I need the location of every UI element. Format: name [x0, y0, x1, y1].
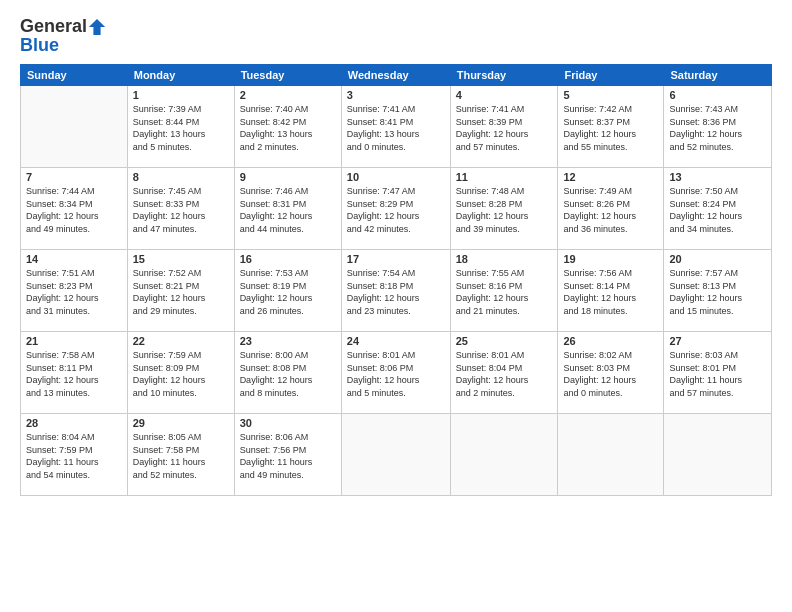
calendar-cell: 14Sunrise: 7:51 AM Sunset: 8:23 PM Dayli… [21, 250, 128, 332]
day-info: Sunrise: 7:43 AM Sunset: 8:36 PM Dayligh… [669, 103, 766, 153]
calendar-cell: 1Sunrise: 7:39 AM Sunset: 8:44 PM Daylig… [127, 86, 234, 168]
calendar-cell: 18Sunrise: 7:55 AM Sunset: 8:16 PM Dayli… [450, 250, 558, 332]
day-info: Sunrise: 7:47 AM Sunset: 8:29 PM Dayligh… [347, 185, 445, 235]
day-number: 28 [26, 417, 122, 429]
calendar-cell: 23Sunrise: 8:00 AM Sunset: 8:08 PM Dayli… [234, 332, 341, 414]
calendar-header-row: SundayMondayTuesdayWednesdayThursdayFrid… [21, 65, 772, 86]
day-number: 16 [240, 253, 336, 265]
day-number: 29 [133, 417, 229, 429]
day-of-week-header: Tuesday [234, 65, 341, 86]
calendar-cell: 15Sunrise: 7:52 AM Sunset: 8:21 PM Dayli… [127, 250, 234, 332]
day-info: Sunrise: 8:01 AM Sunset: 8:06 PM Dayligh… [347, 349, 445, 399]
logo: General Blue [20, 16, 107, 56]
day-info: Sunrise: 8:06 AM Sunset: 7:56 PM Dayligh… [240, 431, 336, 481]
day-number: 6 [669, 89, 766, 101]
day-info: Sunrise: 7:51 AM Sunset: 8:23 PM Dayligh… [26, 267, 122, 317]
day-info: Sunrise: 7:44 AM Sunset: 8:34 PM Dayligh… [26, 185, 122, 235]
day-number: 11 [456, 171, 553, 183]
day-number: 24 [347, 335, 445, 347]
day-info: Sunrise: 7:58 AM Sunset: 8:11 PM Dayligh… [26, 349, 122, 399]
day-number: 27 [669, 335, 766, 347]
day-number: 14 [26, 253, 122, 265]
calendar-cell [341, 414, 450, 496]
calendar-cell: 13Sunrise: 7:50 AM Sunset: 8:24 PM Dayli… [664, 168, 772, 250]
calendar-cell: 16Sunrise: 7:53 AM Sunset: 8:19 PM Dayli… [234, 250, 341, 332]
logo-icon [88, 18, 106, 36]
calendar-cell: 3Sunrise: 7:41 AM Sunset: 8:41 PM Daylig… [341, 86, 450, 168]
calendar-cell: 28Sunrise: 8:04 AM Sunset: 7:59 PM Dayli… [21, 414, 128, 496]
svg-marker-0 [89, 18, 105, 34]
day-info: Sunrise: 7:41 AM Sunset: 8:41 PM Dayligh… [347, 103, 445, 153]
logo-general-text: General [20, 16, 87, 37]
day-number: 26 [563, 335, 658, 347]
logo-blue-text: Blue [20, 35, 107, 56]
calendar-cell: 6Sunrise: 7:43 AM Sunset: 8:36 PM Daylig… [664, 86, 772, 168]
day-info: Sunrise: 7:48 AM Sunset: 8:28 PM Dayligh… [456, 185, 553, 235]
day-info: Sunrise: 7:50 AM Sunset: 8:24 PM Dayligh… [669, 185, 766, 235]
day-info: Sunrise: 8:03 AM Sunset: 8:01 PM Dayligh… [669, 349, 766, 399]
calendar-week-row: 21Sunrise: 7:58 AM Sunset: 8:11 PM Dayli… [21, 332, 772, 414]
calendar-cell [21, 86, 128, 168]
calendar-cell: 17Sunrise: 7:54 AM Sunset: 8:18 PM Dayli… [341, 250, 450, 332]
calendar-week-row: 14Sunrise: 7:51 AM Sunset: 8:23 PM Dayli… [21, 250, 772, 332]
calendar-cell: 19Sunrise: 7:56 AM Sunset: 8:14 PM Dayli… [558, 250, 664, 332]
day-number: 23 [240, 335, 336, 347]
day-number: 13 [669, 171, 766, 183]
day-info: Sunrise: 7:53 AM Sunset: 8:19 PM Dayligh… [240, 267, 336, 317]
calendar-cell: 30Sunrise: 8:06 AM Sunset: 7:56 PM Dayli… [234, 414, 341, 496]
day-number: 5 [563, 89, 658, 101]
day-number: 30 [240, 417, 336, 429]
day-info: Sunrise: 8:05 AM Sunset: 7:58 PM Dayligh… [133, 431, 229, 481]
calendar-cell: 7Sunrise: 7:44 AM Sunset: 8:34 PM Daylig… [21, 168, 128, 250]
calendar: SundayMondayTuesdayWednesdayThursdayFrid… [20, 64, 772, 496]
calendar-cell: 20Sunrise: 7:57 AM Sunset: 8:13 PM Dayli… [664, 250, 772, 332]
calendar-cell: 27Sunrise: 8:03 AM Sunset: 8:01 PM Dayli… [664, 332, 772, 414]
day-info: Sunrise: 7:54 AM Sunset: 8:18 PM Dayligh… [347, 267, 445, 317]
day-of-week-header: Saturday [664, 65, 772, 86]
day-number: 21 [26, 335, 122, 347]
day-info: Sunrise: 8:00 AM Sunset: 8:08 PM Dayligh… [240, 349, 336, 399]
day-of-week-header: Friday [558, 65, 664, 86]
day-info: Sunrise: 7:45 AM Sunset: 8:33 PM Dayligh… [133, 185, 229, 235]
day-number: 7 [26, 171, 122, 183]
calendar-cell: 21Sunrise: 7:58 AM Sunset: 8:11 PM Dayli… [21, 332, 128, 414]
calendar-week-row: 1Sunrise: 7:39 AM Sunset: 8:44 PM Daylig… [21, 86, 772, 168]
day-info: Sunrise: 7:41 AM Sunset: 8:39 PM Dayligh… [456, 103, 553, 153]
day-number: 25 [456, 335, 553, 347]
day-number: 4 [456, 89, 553, 101]
day-number: 8 [133, 171, 229, 183]
day-info: Sunrise: 7:46 AM Sunset: 8:31 PM Dayligh… [240, 185, 336, 235]
day-info: Sunrise: 7:49 AM Sunset: 8:26 PM Dayligh… [563, 185, 658, 235]
calendar-cell: 26Sunrise: 8:02 AM Sunset: 8:03 PM Dayli… [558, 332, 664, 414]
day-info: Sunrise: 7:55 AM Sunset: 8:16 PM Dayligh… [456, 267, 553, 317]
day-of-week-header: Monday [127, 65, 234, 86]
day-of-week-header: Sunday [21, 65, 128, 86]
day-number: 15 [133, 253, 229, 265]
calendar-cell: 2Sunrise: 7:40 AM Sunset: 8:42 PM Daylig… [234, 86, 341, 168]
day-number: 12 [563, 171, 658, 183]
page: General Blue SundayMondayTuesdayWednesda… [0, 0, 792, 612]
day-number: 18 [456, 253, 553, 265]
day-info: Sunrise: 7:56 AM Sunset: 8:14 PM Dayligh… [563, 267, 658, 317]
calendar-cell [664, 414, 772, 496]
day-info: Sunrise: 7:57 AM Sunset: 8:13 PM Dayligh… [669, 267, 766, 317]
calendar-cell [558, 414, 664, 496]
calendar-cell: 11Sunrise: 7:48 AM Sunset: 8:28 PM Dayli… [450, 168, 558, 250]
calendar-cell: 24Sunrise: 8:01 AM Sunset: 8:06 PM Dayli… [341, 332, 450, 414]
calendar-cell: 22Sunrise: 7:59 AM Sunset: 8:09 PM Dayli… [127, 332, 234, 414]
day-number: 10 [347, 171, 445, 183]
day-info: Sunrise: 8:02 AM Sunset: 8:03 PM Dayligh… [563, 349, 658, 399]
day-number: 1 [133, 89, 229, 101]
calendar-cell: 4Sunrise: 7:41 AM Sunset: 8:39 PM Daylig… [450, 86, 558, 168]
day-number: 9 [240, 171, 336, 183]
day-info: Sunrise: 8:01 AM Sunset: 8:04 PM Dayligh… [456, 349, 553, 399]
calendar-cell: 12Sunrise: 7:49 AM Sunset: 8:26 PM Dayli… [558, 168, 664, 250]
logo-container: General Blue [20, 16, 107, 56]
calendar-cell: 5Sunrise: 7:42 AM Sunset: 8:37 PM Daylig… [558, 86, 664, 168]
calendar-week-row: 28Sunrise: 8:04 AM Sunset: 7:59 PM Dayli… [21, 414, 772, 496]
day-info: Sunrise: 7:52 AM Sunset: 8:21 PM Dayligh… [133, 267, 229, 317]
calendar-cell: 25Sunrise: 8:01 AM Sunset: 8:04 PM Dayli… [450, 332, 558, 414]
day-info: Sunrise: 7:59 AM Sunset: 8:09 PM Dayligh… [133, 349, 229, 399]
day-number: 22 [133, 335, 229, 347]
calendar-week-row: 7Sunrise: 7:44 AM Sunset: 8:34 PM Daylig… [21, 168, 772, 250]
